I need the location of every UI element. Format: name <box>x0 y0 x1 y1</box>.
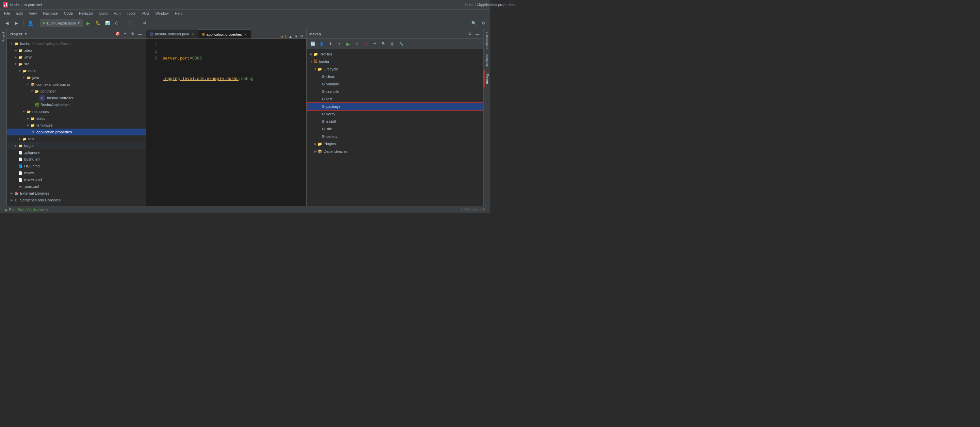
menu-run[interactable]: Run <box>111 11 123 16</box>
tree-item-pom-xml[interactable]: ▶ m pom.xml <box>7 183 146 190</box>
tree-item-help-md[interactable]: ▶ 📘 HELP.md <box>7 163 146 170</box>
maven-profiles-button[interactable]: 👤 <box>318 40 326 48</box>
maven-diagram-button[interactable]: ◫ <box>388 40 396 48</box>
maven-vertical-tab-label[interactable]: Maven <box>484 70 490 87</box>
toolbar-separator-4 <box>138 20 138 27</box>
menu-tools[interactable]: Tools <box>124 11 138 16</box>
tree-item-scratches[interactable]: ▶ 🗒 Scratches and Consoles <box>7 197 146 203</box>
menu-view[interactable]: View <box>26 11 40 16</box>
panel-hide-button[interactable]: — <box>137 31 143 37</box>
forward-button[interactable]: ▶ <box>12 19 21 27</box>
editor-settings-icon[interactable]: ⚙ <box>300 34 304 38</box>
maven-item-validate[interactable]: ▶ ⚙ validate <box>307 80 483 88</box>
maven-item-clean[interactable]: ▶ ⚙ clean <box>307 73 483 80</box>
project-tab-strip[interactable]: Project <box>1 29 6 44</box>
maven-item-profiles[interactable]: ▶ 📁 Profiles <box>307 50 483 58</box>
tree-item-external-libs[interactable]: ▶ 📚 External Libraries <box>7 190 146 197</box>
run-button[interactable]: ▶ <box>84 19 92 27</box>
tree-item-bushu[interactable]: ▼ 📁 bushu D:\class\springboot\bushu <box>7 40 146 47</box>
maven-skip-button[interactable]: ⊘ <box>362 40 370 48</box>
menu-window[interactable]: Window <box>153 11 172 16</box>
run-configuration-selector[interactable]: ▶ BushuApplication ▼ <box>40 19 83 27</box>
tree-item-controller[interactable]: ▼ 📂 controller <box>7 88 146 95</box>
maven-item-deploy[interactable]: ▶ ⚙ deploy <box>307 133 483 140</box>
nav-down-icon[interactable]: ▼ <box>294 34 298 38</box>
settings-button[interactable]: ⚙ <box>479 19 487 27</box>
tree-item-idea[interactable]: ▶ 📁 .idea <box>7 47 146 54</box>
tree-item-main[interactable]: ▼ 📂 main <box>7 67 146 74</box>
tree-item-application-properties[interactable]: ▶ ⚙ application.properties <box>7 129 146 135</box>
maven-item-verify[interactable]: ▶ ⚙ verify <box>307 110 483 118</box>
menu-code[interactable]: Code <box>61 11 76 16</box>
nav-up-icon[interactable]: ▲ <box>288 34 292 38</box>
maven-item-lifecycle[interactable]: ▼ 📂 Lifecycle <box>307 65 483 73</box>
tree-item-bushu-application[interactable]: ▶ 🌿 BushuApplication <box>7 102 146 108</box>
tree-item-java[interactable]: ▼ 📂 java <box>7 74 146 81</box>
tree-item-target[interactable]: ▶ 📁 target <box>7 142 146 149</box>
tab-application-properties[interactable]: ⚙ application.properties ✕ <box>198 30 251 38</box>
notifications-tab-label[interactable]: Notifications <box>485 29 489 51</box>
maven-item-compile[interactable]: ▶ ⚙ compile <box>307 88 483 95</box>
tree-item-mvn[interactable]: ▶ 📁 .mvn <box>7 54 146 60</box>
stop-button[interactable]: ⬛ <box>127 19 135 27</box>
tree-item-src[interactable]: ▼ 📂 src <box>7 60 146 67</box>
tab-controller-close[interactable]: ✕ <box>191 32 195 37</box>
tree-item-gitignore[interactable]: ▶ 📄 .gitignore <box>7 149 146 156</box>
coverage-button[interactable]: 📊 <box>103 19 111 27</box>
maven-item-install[interactable]: ▶ ⚙ install <box>307 118 483 125</box>
bushu-app-icon: 🌿 <box>34 102 40 108</box>
profile-button[interactable]: 👤 <box>26 19 34 27</box>
tab-props-label: application.properties <box>207 32 242 37</box>
collapse-all-button[interactable]: ≡ <box>122 31 128 37</box>
maven-item-bushu[interactable]: ▼ 🏗 bushu <box>307 58 483 65</box>
profile-run-button[interactable]: ⏱ <box>113 19 121 27</box>
tree-item-mvnw-cmd[interactable]: ▶ 📄 mvnw.cmd <box>7 176 146 183</box>
tree-item-templates[interactable]: ▶ 📁 templates <box>7 122 146 129</box>
maven-run-config-button[interactable]: ⊞ <box>353 40 361 48</box>
search-button[interactable]: 🔍 <box>469 19 478 27</box>
maven-refresh-button[interactable]: 🔄 <box>309 40 317 48</box>
help-icon: 📘 <box>18 163 23 169</box>
locate-file-button[interactable]: 🎯 <box>115 31 121 37</box>
maven-run-button[interactable]: ▶ <box>344 40 352 48</box>
menu-file[interactable]: File <box>2 11 13 16</box>
maven-item-dependencies[interactable]: ▶ 📦 Dependencies <box>307 148 483 155</box>
tree-item-mvnw[interactable]: ▶ 📄 mvnw <box>7 170 146 176</box>
tree-item-package[interactable]: ▼ 📦 com.example.bushu <box>7 81 146 88</box>
maven-download-button[interactable]: ⬇ <box>326 40 334 48</box>
maven-item-plugins[interactable]: ▶ 📁 Plugins <box>307 140 483 148</box>
menu-navigate[interactable]: Navigate <box>40 11 60 16</box>
maven-hide-button[interactable]: — <box>474 31 480 37</box>
tree-item-static[interactable]: ▶ 📁 static <box>7 115 146 122</box>
project-panel-title: Project <box>10 32 22 36</box>
maven-item-site[interactable]: ▶ ⚙ site <box>307 125 483 133</box>
maven-settings-button[interactable]: ⚙ <box>467 31 473 37</box>
run-close-icon[interactable]: ✕ <box>45 208 48 212</box>
maven-toggle-button[interactable]: ⇌ <box>371 40 379 48</box>
tree-item-bushu-iml[interactable]: ▶ 📄 bushu.iml <box>7 156 146 163</box>
maven-item-test[interactable]: ▶ ⚙ test <box>307 95 483 103</box>
maven-add-button[interactable]: + <box>335 40 343 48</box>
editor-content[interactable]: 1 2 3 server.port=8080 logging.level.com… <box>146 39 306 206</box>
tab-props-close[interactable]: ✕ <box>243 32 247 37</box>
project-dropdown-icon[interactable]: ▼ <box>24 32 27 36</box>
panel-settings-button[interactable]: ⚙ <box>130 31 136 37</box>
maven-find-button[interactable]: 🔍 <box>379 40 388 48</box>
translate-button[interactable]: ⇄ <box>141 19 149 27</box>
tree-item-resources[interactable]: ▼ 📂 resources <box>7 108 146 115</box>
code-editor[interactable]: server.port=8080 logging.level.com.examp… <box>160 41 306 203</box>
debug-button[interactable]: 🐛 <box>94 19 102 27</box>
tab-bushu-controller[interactable]: C bushuController.java ✕ <box>146 30 198 38</box>
back-button[interactable]: ◀ <box>3 19 11 27</box>
menu-edit[interactable]: Edit <box>14 11 25 16</box>
menu-help[interactable]: Help <box>172 11 185 16</box>
menu-refactor[interactable]: Refactor <box>76 11 96 16</box>
menu-vcs[interactable]: VCS <box>139 11 152 16</box>
database-tab-label[interactable]: Database <box>485 51 489 70</box>
maven-wrench-button[interactable]: 🔧 <box>397 40 405 48</box>
run-status-item[interactable]: ▶ Run: BushuApplication ✕ <box>3 206 50 214</box>
menu-build[interactable]: Build <box>97 11 110 16</box>
tree-item-test[interactable]: ▶ 📁 test <box>7 135 146 142</box>
tree-item-bushu-controller[interactable]: ▶ C bushuController <box>7 95 146 102</box>
maven-item-package[interactable]: ▶ ⚙ package <box>307 103 483 110</box>
